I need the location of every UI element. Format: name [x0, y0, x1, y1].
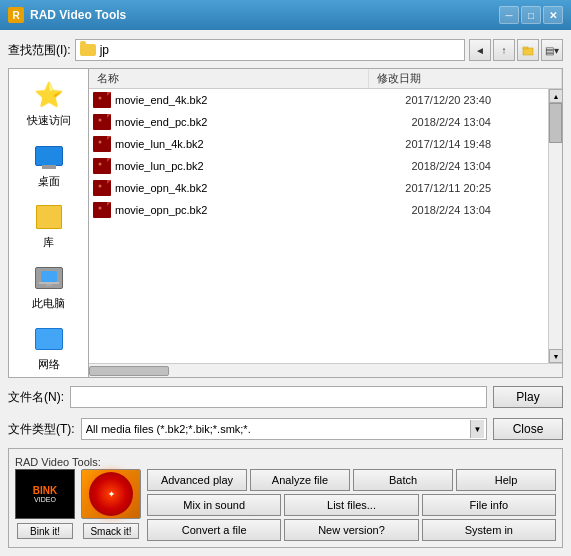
file-name: movie_lun_4k.bk2 [115, 138, 365, 150]
advanced-play-button[interactable]: Advanced play [147, 469, 247, 491]
column-name-header[interactable]: 名称 [89, 69, 369, 88]
close-button[interactable]: Close [493, 418, 563, 440]
title-bar-left: R RAD Video Tools [8, 7, 126, 23]
svg-point-14 [99, 184, 102, 187]
browser-area: ⭐ 快速访问 桌面 库 [8, 68, 563, 378]
file-list-container: 名称 修改日期 movie_end_4k.bk2 2017/12 [88, 68, 563, 378]
bink-it-button[interactable]: Bink it! [17, 523, 73, 539]
mix-in-sound-button[interactable]: Mix in sound [147, 494, 281, 516]
file-icon [93, 136, 111, 152]
play-button[interactable]: Play [493, 386, 563, 408]
nav-buttons: ◄ ↑ ▤▾ [469, 39, 563, 61]
file-name: movie_end_pc.bk2 [115, 116, 365, 128]
filetype-value: All media files (*.bk2;*.bik;*.smk;*. [86, 423, 251, 435]
svg-point-16 [99, 206, 102, 209]
file-info-button[interactable]: File info [422, 494, 556, 516]
file-date: 2018/2/24 13:04 [365, 116, 495, 128]
action-buttons: Advanced play Analyze file Batch Help Mi… [147, 469, 556, 541]
window-title: RAD Video Tools [30, 8, 126, 22]
h-scroll-track [89, 366, 562, 376]
new-version-button[interactable]: New version? [284, 519, 418, 541]
nav-view-button[interactable]: ▤▾ [541, 39, 563, 61]
sidebar-item-desktop[interactable]: 桌面 [13, 138, 84, 191]
maximize-button[interactable]: □ [521, 6, 541, 24]
help-button[interactable]: Help [456, 469, 556, 491]
svg-point-9 [97, 139, 107, 149]
svg-rect-3 [39, 282, 59, 284]
filename-row: 文件名(N): Play [8, 384, 563, 410]
nav-new-folder-button[interactable] [517, 39, 539, 61]
file-list-body: movie_end_4k.bk2 2017/12/20 23:40 movie_… [89, 89, 548, 363]
close-button[interactable]: ✕ [543, 6, 563, 24]
sidebar-item-computer[interactable]: 此电脑 [13, 260, 84, 313]
file-icon [93, 202, 111, 218]
file-date: 2017/12/11 20:25 [365, 182, 495, 194]
folder-icon [80, 44, 96, 56]
file-icon [93, 114, 111, 130]
smack-logo: ✦ [81, 469, 141, 519]
file-name: movie_lun_pc.bk2 [115, 160, 365, 172]
table-row[interactable]: movie_end_4k.bk2 2017/12/20 23:40 [89, 89, 548, 111]
sidebar-item-network[interactable]: 网络 [13, 321, 84, 374]
filename-label: 文件名(N): [8, 389, 64, 406]
svg-point-11 [97, 161, 107, 171]
smack-it-button[interactable]: Smack it! [83, 523, 139, 539]
action-row-1: Advanced play Analyze file Batch Help [147, 469, 556, 491]
table-row[interactable]: movie_lun_4k.bk2 2017/12/14 19:48 [89, 133, 548, 155]
convert-file-button[interactable]: Convert a file [147, 519, 281, 541]
sidebar-item-library[interactable]: 库 [13, 199, 84, 252]
horizontal-scrollbar[interactable] [89, 363, 562, 377]
svg-point-15 [97, 205, 107, 215]
main-dialog: 查找范围(I): jp ◄ ↑ ▤▾ ⭐ 快速访问 [0, 30, 571, 556]
scroll-up-button[interactable]: ▲ [549, 89, 563, 103]
table-row[interactable]: movie_lun_pc.bk2 2018/2/24 13:04 [89, 155, 548, 177]
file-list-header: 名称 修改日期 [89, 69, 562, 89]
file-date: 2018/2/24 13:04 [365, 160, 495, 172]
location-combo[interactable]: jp [75, 39, 465, 61]
location-value: jp [100, 43, 109, 57]
filetype-combo[interactable]: All media files (*.bk2;*.bik;*.smk;*. ▼ [81, 418, 487, 440]
library-icon [33, 201, 65, 233]
scroll-down-button[interactable]: ▼ [549, 349, 563, 363]
filetype-label: 文件类型(T): [8, 421, 75, 438]
bottom-panel-title: RAD Video Tools: [15, 456, 101, 468]
sidebar-item-quick-access[interactable]: ⭐ 快速访问 [13, 77, 84, 130]
column-date-header[interactable]: 修改日期 [369, 69, 562, 88]
sidebar-label-network: 网络 [38, 357, 60, 372]
sidebar-label-library: 库 [43, 235, 54, 250]
table-row[interactable]: movie_end_pc.bk2 2018/2/24 13:04 [89, 111, 548, 133]
file-date: 2017/12/20 23:40 [365, 94, 495, 106]
file-list-with-scroll: movie_end_4k.bk2 2017/12/20 23:40 movie_… [89, 89, 562, 363]
batch-button[interactable]: Batch [353, 469, 453, 491]
list-files-button[interactable]: List files... [284, 494, 418, 516]
title-bar: R RAD Video Tools ─ □ ✕ [0, 0, 571, 30]
analyze-file-button[interactable]: Analyze file [250, 469, 350, 491]
bink-logo-group: BINK VIDEO Bink it! [15, 469, 75, 539]
sidebar-label-quick-access: 快速访问 [27, 113, 71, 128]
nav-back-button[interactable]: ◄ [469, 39, 491, 61]
desktop-icon [33, 140, 65, 172]
svg-point-5 [97, 95, 107, 105]
network-icon [33, 323, 65, 355]
h-scroll-thumb[interactable] [89, 366, 169, 376]
table-row[interactable]: movie_opn_pc.bk2 2018/2/24 13:04 [89, 199, 548, 221]
minimize-button[interactable]: ─ [499, 6, 519, 24]
svg-rect-2 [41, 271, 57, 282]
bink-video-text: BINK VIDEO [33, 486, 57, 503]
filetype-dropdown-arrow[interactable]: ▼ [470, 420, 484, 438]
bottom-panel-content: BINK VIDEO Bink it! ✦ Smack it! Advan [15, 469, 556, 541]
file-icon [93, 180, 111, 196]
table-row[interactable]: movie_opn_4k.bk2 2017/12/11 20:25 [89, 177, 548, 199]
system-info-button[interactable]: System in [422, 519, 556, 541]
nav-up-button[interactable]: ↑ [493, 39, 515, 61]
file-date: 2018/2/24 13:04 [365, 204, 495, 216]
file-name: movie_end_4k.bk2 [115, 94, 365, 106]
smack-circle: ✦ [89, 472, 133, 516]
location-label: 查找范围(I): [8, 42, 71, 59]
filename-input[interactable] [70, 386, 487, 408]
scroll-thumb[interactable] [549, 103, 562, 143]
bink-logo: BINK VIDEO [15, 469, 75, 519]
file-name: movie_opn_4k.bk2 [115, 182, 365, 194]
svg-point-10 [99, 140, 102, 143]
vertical-scrollbar[interactable]: ▲ ▼ [548, 89, 562, 363]
